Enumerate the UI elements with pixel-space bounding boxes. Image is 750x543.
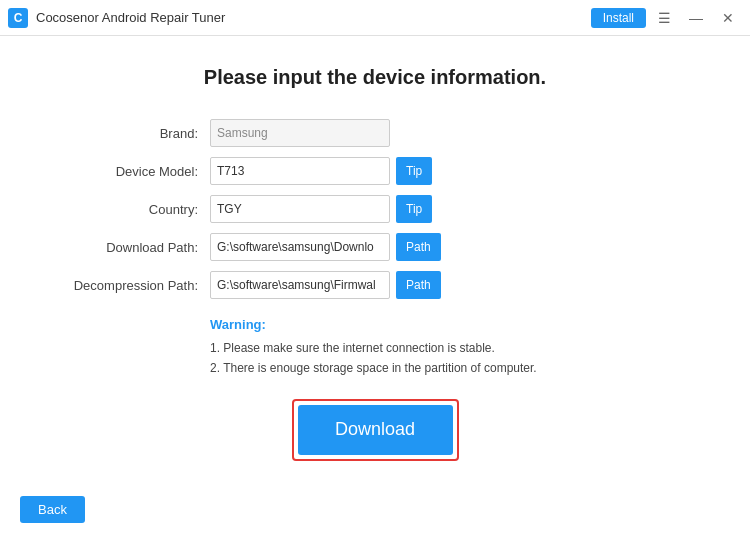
install-button[interactable]: Install [591, 8, 646, 28]
title-bar-controls: Install ☰ — ✕ [591, 6, 742, 30]
decompression-path-label: Decompression Path: [60, 278, 210, 293]
page-title: Please input the device information. [60, 66, 690, 89]
minimize-button[interactable]: — [682, 6, 710, 30]
device-model-row: Device Model: Tip [60, 157, 690, 185]
brand-row: Brand: [60, 119, 690, 147]
warning-line2: 2. There is enouge storage space in the … [210, 358, 690, 378]
download-path-label: Download Path: [60, 240, 210, 255]
app-icon: C [8, 8, 28, 28]
country-input[interactable] [210, 195, 390, 223]
close-button[interactable]: ✕ [714, 6, 742, 30]
warning-line1: 1. Please make sure the internet connect… [210, 338, 690, 358]
brand-input[interactable] [210, 119, 390, 147]
main-content: Please input the device information. Bra… [0, 36, 750, 543]
title-bar: C Cocosenor Android Repair Tuner Install… [0, 0, 750, 36]
warning-title: Warning: [210, 317, 690, 332]
warning-section: Warning: 1. Please make sure the interne… [60, 317, 690, 379]
menu-button[interactable]: ☰ [650, 6, 678, 30]
decompression-path-row: Decompression Path: Path [60, 271, 690, 299]
title-bar-left: C Cocosenor Android Repair Tuner [8, 8, 225, 28]
form-section: Brand: Device Model: Tip Country: Tip Do… [60, 119, 690, 299]
download-button[interactable]: Download [298, 405, 453, 455]
download-path-row: Download Path: Path [60, 233, 690, 261]
download-path-input[interactable] [210, 233, 390, 261]
device-model-label: Device Model: [60, 164, 210, 179]
download-button-highlight: Download [292, 399, 459, 461]
decompression-path-button[interactable]: Path [396, 271, 441, 299]
download-path-button[interactable]: Path [396, 233, 441, 261]
app-title: Cocosenor Android Repair Tuner [36, 10, 225, 25]
country-tip-button[interactable]: Tip [396, 195, 432, 223]
device-model-input[interactable] [210, 157, 390, 185]
decompression-path-input[interactable] [210, 271, 390, 299]
download-button-wrapper: Download [60, 399, 690, 461]
back-button[interactable]: Back [20, 496, 85, 523]
country-label: Country: [60, 202, 210, 217]
device-model-tip-button[interactable]: Tip [396, 157, 432, 185]
country-row: Country: Tip [60, 195, 690, 223]
brand-label: Brand: [60, 126, 210, 141]
